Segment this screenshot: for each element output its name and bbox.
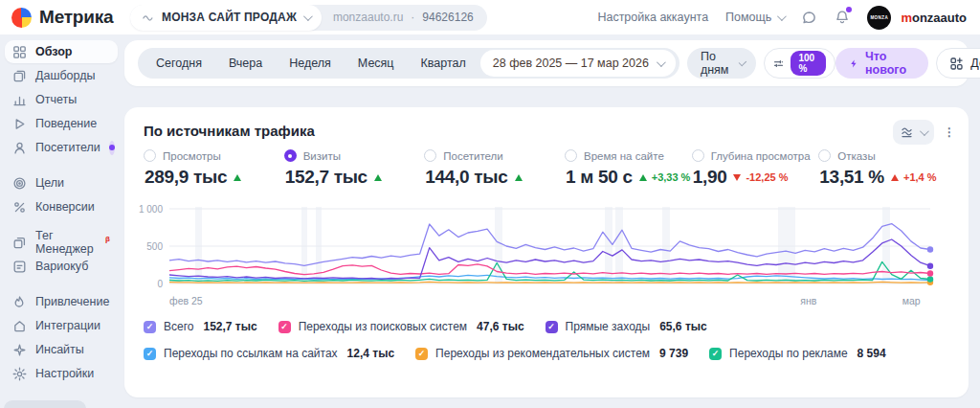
card-title: По источникам трафика bbox=[144, 123, 315, 139]
metric-label: Отказы bbox=[837, 150, 875, 162]
sidebar-item-label: Привлечение bbox=[35, 295, 109, 308]
metric-delta: +1,4 % bbox=[903, 171, 937, 183]
account-settings-link[interactable]: Настройка аккаунта bbox=[597, 11, 708, 24]
whats-new-button[interactable]: Что нового bbox=[835, 48, 928, 79]
range-item-3[interactable]: Месяц bbox=[345, 57, 407, 70]
date-range-dropdown[interactable]: 28 фев 2025 — 17 мар 2026 bbox=[480, 50, 676, 77]
counter-domain[interactable]: monzaauto.ru bbox=[333, 11, 403, 24]
metric-tab-0[interactable]: Просмотры289,9 тыс bbox=[144, 149, 284, 188]
avatar[interactable]: MONZA bbox=[867, 6, 891, 30]
metric-radio[interactable] bbox=[144, 149, 156, 162]
metric-value: 289,9 тыс bbox=[145, 167, 227, 188]
checkbox-checked-icon[interactable]: ✓ bbox=[144, 348, 156, 360]
metric-tab-3[interactable]: Время на сайте1 м 50 с+3,33 % bbox=[565, 149, 692, 188]
percent-icon bbox=[12, 200, 27, 215]
sampling-value: 100 % bbox=[791, 51, 826, 76]
trend-up-icon bbox=[234, 174, 241, 181]
sidebar-item-settings[interactable]: Настройки bbox=[5, 362, 118, 385]
sidebar-item-variocube[interactable]: Вариокуб bbox=[5, 255, 118, 278]
notifications-button[interactable] bbox=[835, 10, 850, 25]
metric-radio[interactable] bbox=[565, 149, 577, 162]
x-tick-label: мар bbox=[902, 295, 921, 306]
user-name[interactable]: monzaauto bbox=[901, 11, 967, 25]
sidebar-item-conversions[interactable]: Конверсии bbox=[5, 195, 118, 218]
legend-item-5[interactable]: ✓Переходы по рекламе8 594 bbox=[709, 347, 886, 360]
app-logo[interactable]: Метрика bbox=[0, 7, 122, 28]
metric-tab-1[interactable]: Визиты152,7 тыс bbox=[284, 149, 425, 188]
metric-radio[interactable] bbox=[424, 149, 436, 162]
checkbox-checked-icon[interactable]: ✓ bbox=[278, 321, 291, 333]
counter-dropdown[interactable]: МОНЗА САЙТ ПРОДАЖ bbox=[130, 5, 322, 31]
chat-icon bbox=[801, 10, 817, 26]
card-kebab-button[interactable]: ⋮ bbox=[944, 125, 955, 139]
range-item-0[interactable]: Сегодня bbox=[144, 57, 214, 70]
metric-radio[interactable] bbox=[284, 149, 297, 162]
sidebar-item-overview[interactable]: Обзор bbox=[5, 40, 118, 63]
sidebar-item-tag-manager[interactable]: Тег Менеджерβ bbox=[5, 231, 118, 254]
sparkle-icon bbox=[12, 343, 27, 357]
metric-value: 13,51 % bbox=[819, 167, 884, 188]
range-item-1[interactable]: Вчера bbox=[216, 57, 275, 70]
add-grid-icon bbox=[949, 57, 964, 71]
vario-icon bbox=[12, 260, 27, 274]
trend-down-icon bbox=[733, 174, 741, 181]
metric-tab-4[interactable]: Глубина просмотра1,90-12,25 % bbox=[692, 149, 819, 188]
sidebar-item-dashboards[interactable]: Дашборды bbox=[5, 64, 118, 87]
metric-label: Посетители bbox=[443, 150, 502, 162]
legend-item-1[interactable]: ✓Переходы из поисковых систем47,6 тыс bbox=[278, 320, 524, 333]
metric-value: 1,90 bbox=[693, 167, 727, 188]
dashboards-icon bbox=[12, 69, 27, 83]
y-tick-label: 500 bbox=[126, 241, 163, 252]
checkbox-checked-icon[interactable]: ✓ bbox=[709, 348, 722, 360]
sidebar-item-integrations[interactable]: Интеграции bbox=[5, 314, 118, 337]
sidebar-item-label: Конверсии bbox=[35, 200, 95, 214]
metric-delta: +3,33 % bbox=[652, 171, 691, 183]
sidebar-item-insights[interactable]: Инсайты bbox=[5, 338, 118, 361]
new-dot-badge bbox=[109, 141, 115, 155]
sidebar-item-behavior[interactable]: Поведение bbox=[5, 112, 118, 135]
trend-up-icon bbox=[891, 174, 899, 181]
toolbar: СегодняВчераНеделяМесяцКвартал 28 фев 20… bbox=[124, 40, 969, 86]
range-item-4[interactable]: Квартал bbox=[409, 57, 479, 70]
grid-icon bbox=[12, 45, 27, 59]
metric-tab-2[interactable]: Посетители144,0 тыс bbox=[424, 149, 565, 188]
chevron-down-icon bbox=[657, 57, 666, 67]
checkbox-checked-icon[interactable]: ✓ bbox=[415, 348, 428, 360]
person-icon bbox=[12, 141, 27, 155]
sliders-icon bbox=[773, 57, 784, 71]
traffic-sources-card: По источникам трафика ⋮ Просмотры289,9 т… bbox=[124, 107, 969, 397]
legend-item-0[interactable]: ✓Всего152,7 тыс bbox=[144, 320, 257, 333]
legend-series-name: Прямые заходы bbox=[566, 320, 651, 333]
legend-item-2[interactable]: ✓Прямые заходы65,6 тыс bbox=[546, 320, 707, 333]
checkbox-checked-icon[interactable]: ✓ bbox=[144, 321, 156, 333]
trend-up-icon bbox=[374, 174, 382, 181]
metric-radio[interactable] bbox=[818, 149, 831, 162]
metric-radio[interactable] bbox=[692, 149, 704, 162]
sidebar-item-label: Настройки bbox=[35, 367, 94, 380]
sidebar-item-label: Отчеты bbox=[35, 93, 77, 106]
reports-icon bbox=[12, 93, 27, 107]
legend-item-4[interactable]: ✓Переходы из рекомендательных систем9 73… bbox=[415, 347, 688, 360]
legend-item-3[interactable]: ✓Переходы по ссылкам на сайтах12,4 тыс bbox=[144, 347, 394, 360]
range-item-2[interactable]: Неделя bbox=[277, 57, 344, 70]
notification-dot bbox=[846, 7, 852, 12]
traffic-chart[interactable] bbox=[169, 201, 937, 292]
sidebar-item-attraction[interactable]: Привлечение bbox=[5, 290, 118, 313]
sidebar-item-reports[interactable]: Отчеты bbox=[5, 88, 118, 111]
chart-type-dropdown[interactable] bbox=[893, 120, 934, 145]
metric-tab-5[interactable]: Отказы13,51 %+1,4 % bbox=[818, 149, 946, 188]
chat-button[interactable] bbox=[801, 10, 817, 26]
chevron-down-icon bbox=[303, 11, 313, 21]
sampling-button[interactable]: 100 % bbox=[764, 48, 835, 79]
legend-series-name: Всего bbox=[164, 320, 193, 333]
checkbox-checked-icon[interactable]: ✓ bbox=[546, 321, 558, 333]
sidebar-item-label: Вариокуб bbox=[35, 260, 88, 273]
trend-up-icon bbox=[515, 174, 523, 181]
sidebar-item-goals[interactable]: Цели bbox=[5, 171, 118, 194]
beta-badge: β bbox=[105, 235, 110, 243]
sidebar-item-visitors[interactable]: Посетители bbox=[5, 136, 118, 159]
metric-value: 152,7 тыс bbox=[285, 167, 368, 188]
help-menu[interactable]: Помощь bbox=[725, 11, 784, 24]
granularity-dropdown[interactable]: По дням bbox=[687, 48, 757, 79]
add-widget-button[interactable]: Добавить bbox=[936, 48, 980, 79]
